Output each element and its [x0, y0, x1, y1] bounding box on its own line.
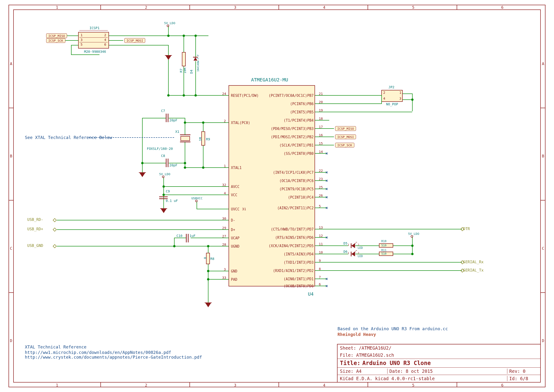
ruler-tick — [541, 108, 545, 108]
no-connect-icon: × — [326, 186, 328, 191]
r11-val: 510 — [381, 252, 387, 255]
pin-label-pc2: (AIN2/PCINT11)PC2 — [277, 206, 314, 210]
mcu-reference: U4 — [308, 291, 314, 297]
pin-label-xtal0: XTAL(PC0) — [231, 121, 250, 125]
wire — [315, 189, 327, 189]
c7-val: 20pF — [169, 118, 178, 122]
ruler-col-6-bot: 6 — [501, 383, 504, 387]
ruler-tick — [278, 5, 279, 9]
wire — [57, 229, 228, 230]
xtal-ref-title: XTAL Technical Reference — [25, 344, 86, 349]
ruler-col-2-bot: 2 — [145, 383, 147, 387]
wire — [163, 195, 214, 195]
pin-num-31: 31 — [242, 207, 246, 211]
titleblock-kicad: KiCad E.D.A. kicad 4.0.0-rc1-stable — [340, 376, 507, 381]
pin-label-pd4: (INT5/AIN3)PD4 — [284, 252, 314, 256]
pin-label-pb4: (T1/PCINT4)PB4 — [284, 118, 314, 123]
titleblock-rev: 0 — [523, 369, 525, 374]
wire — [169, 118, 185, 118]
pin-label-pb3: (PD0/MISO/PCINT3)PB3 — [271, 127, 314, 131]
titleblock-title-label: Title: — [340, 360, 361, 366]
c7-ref: C7 — [161, 109, 165, 113]
pin-label-pc5: (PCINT9/OC1B)PC5 — [279, 187, 314, 191]
no-connect-icon: × — [326, 178, 328, 183]
wire — [208, 271, 214, 271]
wire — [142, 163, 166, 163]
junction-dot — [173, 245, 176, 247]
no-connect-icon: × — [326, 151, 328, 156]
ruler-col-1-bot: 1 — [56, 383, 58, 387]
no-connect-icon: × — [326, 276, 328, 281]
r10-ref: R10 — [381, 239, 387, 243]
junction-dot — [163, 185, 165, 188]
resistor-r7 — [182, 52, 186, 66]
ground-icon — [205, 303, 211, 307]
junction-dot — [411, 245, 413, 247]
ruler-col-4-bot: 4 — [323, 383, 326, 387]
wire — [315, 262, 462, 263]
ruler-tick — [190, 383, 190, 387]
wire — [174, 238, 186, 238]
junction-dot — [163, 194, 165, 196]
r10-val: 510 — [381, 244, 387, 247]
ruler-row-d-right: D — [542, 338, 544, 343]
wire — [214, 95, 228, 96]
wire — [315, 279, 327, 279]
xtal-link-1[interactable]: http://ww1.microchip.com/downloads/en/Ap… — [25, 350, 171, 355]
wire — [315, 208, 327, 208]
ruler-col-3-bot: 3 — [234, 383, 236, 387]
jp2-val: NO_POP — [386, 102, 398, 106]
r11-ref: R11 — [381, 249, 387, 252]
wire — [315, 145, 334, 145]
r8-ref: R8 — [210, 257, 214, 261]
wire — [381, 95, 382, 104]
c10-val: 1uF — [190, 234, 195, 238]
pin-label-pb6: (PCINT6)PB6 — [290, 102, 314, 106]
power-icon — [195, 200, 198, 202]
wire — [315, 197, 327, 197]
pin-label-pc4: (PCINT10)PC4 — [288, 195, 314, 200]
pin-label-reset: RESET(PC1/DW) — [231, 93, 259, 98]
wire — [393, 245, 412, 246]
net-icsp-mosi-r: ICSP_MOSI — [335, 134, 356, 139]
wire — [403, 93, 412, 94]
net-serial-tx: SERIAL_Tx — [463, 268, 484, 273]
net-usb-rd-minus: USB_RD- — [27, 217, 43, 222]
ruler-row-b-left: B — [10, 154, 12, 158]
power-5v-2: 5V_LDO — [159, 172, 170, 176]
wire — [329, 112, 412, 112]
net-serial-rx: SERIAL_Rx — [463, 260, 484, 264]
wire — [109, 35, 168, 36]
ruler-row-c-left: C — [10, 246, 12, 251]
power-icon — [167, 25, 169, 27]
mcu-part-number: ATMEGA16U2-MU — [251, 77, 288, 83]
wire — [195, 61, 196, 96]
jp2-ref: JP2 — [388, 85, 394, 89]
ruler-tick — [9, 108, 13, 108]
titleblock-size: A4 — [356, 369, 362, 374]
wire — [315, 95, 381, 96]
wire — [214, 279, 228, 280]
wire — [214, 195, 228, 195]
power-icon — [162, 176, 164, 178]
junction-dot — [202, 121, 204, 124]
icsp-val: M20-9980346 — [84, 50, 106, 54]
wire — [57, 220, 228, 220]
ruler-tick — [190, 5, 190, 9]
note-dotted-line — [89, 137, 174, 138]
net-usb-rd-plus: USB_RD+ — [27, 227, 43, 231]
wire — [109, 40, 123, 41]
ground-icon — [140, 173, 145, 177]
wire — [71, 45, 71, 55]
ruler-row-d-left: D — [10, 338, 12, 343]
no-connect-icon: × — [326, 205, 328, 210]
titleblock-rev-label: Rev: — [509, 369, 520, 374]
xtal-link-2[interactable]: http://www.crystek.com/documents/appnote… — [25, 355, 202, 360]
wire — [163, 199, 164, 209]
pin-label-pb2: (PDI/MOSI/PCINT2)PB2 — [271, 135, 314, 139]
pin-label-pc6: (OC1A/PCINT8)PC6 — [279, 179, 314, 183]
ruler-col-2-top: 2 — [145, 5, 147, 10]
pin-label-pd6: (RTS/AIN5/INT6)PD6 — [275, 236, 314, 240]
wire — [412, 93, 412, 111]
pin-label-ucap: UCAP — [231, 236, 240, 240]
